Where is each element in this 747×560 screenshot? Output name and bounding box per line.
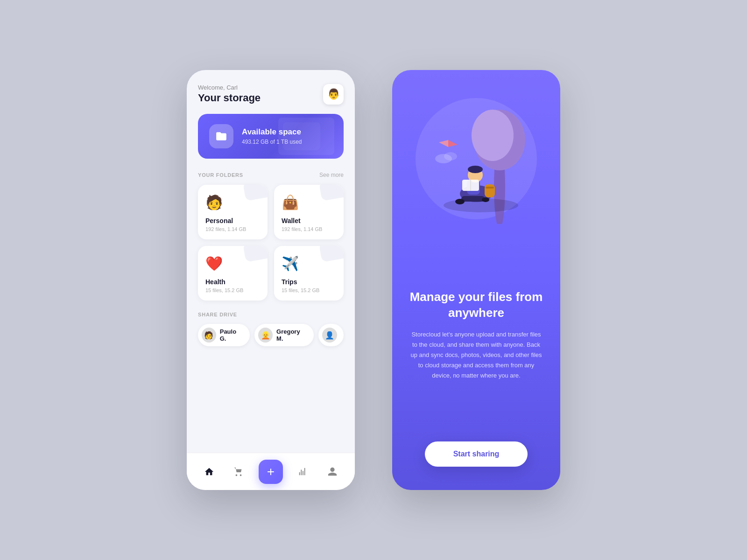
page-title: Your storage [198, 92, 261, 104]
svg-marker-16 [439, 140, 448, 147]
nav-add-button[interactable]: + [259, 460, 283, 484]
add-icon: + [267, 465, 275, 478]
chart-icon [298, 467, 308, 477]
folders-section-header: YOUR FOLDERS See more [198, 172, 344, 178]
trips-icon: ✈️ [282, 255, 336, 272]
svg-rect-14 [486, 187, 494, 189]
storage-icon-wrap [209, 124, 233, 148]
share-person-more[interactable]: 👤 [318, 324, 344, 346]
right-description: Storecloud let's anyone upload and trans… [409, 329, 543, 381]
wallet-meta: 192 files, 1.14 GB [282, 226, 336, 232]
right-content: Manage your files from anywhere Storeclo… [409, 289, 543, 381]
see-more-link[interactable]: See more [319, 172, 344, 178]
nav-cart[interactable] [229, 462, 248, 481]
illustration-area [409, 98, 543, 229]
svg-point-7 [482, 197, 489, 202]
share-drive-section: SHARE DRIVE 🧑 Paulo G. 👱 Gregory M. 👤 [198, 312, 344, 346]
svg-marker-15 [448, 140, 458, 147]
health-icon: ❤️ [205, 255, 260, 272]
reading-illustration [420, 103, 532, 224]
storage-sublabel: 493.12 GB of 1 TB used [242, 139, 302, 145]
svg-point-2 [472, 110, 514, 161]
storage-label: Available space [242, 127, 302, 137]
right-phone: Manage your files from anywhere Storeclo… [392, 70, 560, 490]
home-icon [204, 467, 214, 477]
svg-rect-13 [485, 184, 495, 197]
start-sharing-button[interactable]: Start sharing [425, 441, 528, 467]
svg-point-18 [444, 152, 457, 161]
share-title: SHARE DRIVE [198, 312, 237, 317]
storage-info: Available space 493.12 GB of 1 TB used [242, 127, 302, 145]
personal-meta: 192 files, 1.14 GB [205, 226, 260, 232]
gregory-name: Gregory M. [276, 328, 307, 342]
cart-icon [233, 467, 244, 477]
nav-chart[interactable] [294, 462, 312, 481]
folder-trips[interactable]: ✈️ Trips 15 files, 15.2 GB [274, 246, 344, 301]
share-person-paulo[interactable]: 🧑 Paulo G. [198, 324, 250, 346]
trips-name: Trips [282, 278, 336, 286]
nav-profile[interactable] [323, 462, 342, 481]
trips-meta: 15 files, 15.2 GB [282, 287, 336, 293]
share-person-gregory[interactable]: 👱 Gregory M. [254, 324, 314, 346]
left-phone: Welcome, Carl Your storage 👨 Available s… [187, 70, 355, 490]
wallet-name: Wallet [282, 217, 336, 224]
svg-point-10 [468, 166, 483, 173]
folder-health[interactable]: ❤️ Health 15 files, 15.2 GB [198, 246, 268, 301]
folders-title: YOUR FOLDERS [198, 172, 243, 178]
gregory-avatar: 👱 [258, 328, 273, 343]
health-meta: 15 files, 15.2 GB [205, 287, 260, 293]
header-text: Welcome, Carl Your storage [198, 84, 261, 104]
more-avatar: 👤 [322, 328, 337, 343]
paulo-avatar: 🧑 [202, 328, 216, 343]
right-heading: Manage your files from anywhere [409, 289, 543, 321]
share-list: 🧑 Paulo G. 👱 Gregory M. 👤 [198, 324, 344, 346]
svg-rect-5 [461, 196, 485, 202]
folder-icon [215, 130, 227, 142]
paulo-name: Paulo G. [220, 328, 244, 342]
folders-grid: 🧑 Personal 192 files, 1.14 GB 👜 Wallet 1… [198, 185, 344, 301]
nav-home[interactable] [200, 462, 218, 481]
folder-personal[interactable]: 🧑 Personal 192 files, 1.14 GB [198, 185, 268, 239]
profile-icon [327, 467, 338, 477]
personal-name: Personal [205, 217, 260, 224]
personal-icon: 🧑 [205, 194, 260, 210]
avatar-button[interactable]: 👨 [323, 84, 344, 105]
wallet-icon: 👜 [282, 194, 336, 210]
header: Welcome, Carl Your storage 👨 [198, 84, 344, 105]
share-section-header: SHARE DRIVE [198, 312, 344, 317]
avatar-emoji: 👨 [327, 88, 340, 100]
folder-wallet[interactable]: 👜 Wallet 192 files, 1.14 GB [274, 185, 344, 239]
bottom-nav: + [187, 453, 355, 490]
svg-point-6 [455, 199, 465, 204]
storage-card[interactable]: Available space 493.12 GB of 1 TB used [198, 114, 344, 159]
health-name: Health [205, 278, 260, 286]
welcome-text: Welcome, Carl [198, 84, 261, 91]
